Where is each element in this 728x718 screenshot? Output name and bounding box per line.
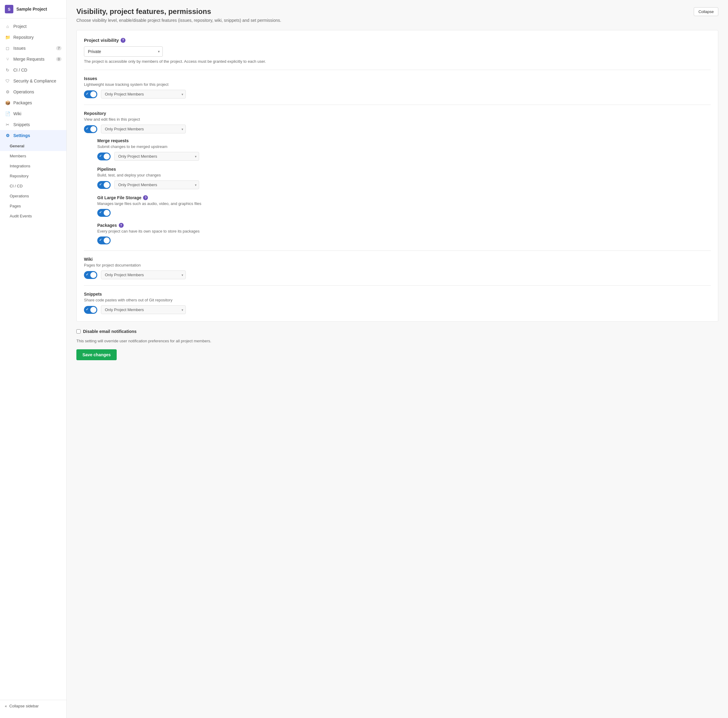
wiki-controls: ✓ Only Project Members Everyone With Acc… bbox=[84, 271, 711, 279]
sidebar-item-settings-audit[interactable]: Audit Events bbox=[0, 211, 66, 221]
sidebar-item-settings-pages[interactable]: Pages bbox=[0, 201, 66, 211]
packages-help-icon[interactable]: ? bbox=[119, 223, 124, 228]
issues-toggle[interactable]: ✓ bbox=[84, 90, 97, 98]
pipelines-section: Pipelines Build, test, and deploy your c… bbox=[97, 167, 711, 189]
visibility-select-wrapper: Private Internal Public ▾ bbox=[84, 46, 163, 57]
wiki-icon: 📄 bbox=[5, 111, 10, 116]
wiki-section: Wiki Pages for project documentation ✓ O… bbox=[84, 257, 711, 279]
chevron-left-icon: « bbox=[5, 704, 7, 708]
repository-toggle[interactable]: ✓ bbox=[84, 125, 97, 133]
page-title: Visibility, project features, permission… bbox=[76, 7, 211, 16]
sidebar-item-packages[interactable]: 📦 Packages bbox=[0, 97, 66, 108]
repository-section: Repository View and edit files in this p… bbox=[84, 111, 711, 244]
merge-requests-select-wrapper: Only Project Members Everyone With Acces… bbox=[114, 152, 199, 161]
issues-desc: Lightweight issue tracking system for th… bbox=[84, 82, 711, 87]
disable-email-checkbox[interactable] bbox=[76, 329, 81, 334]
merge-icon: ⑂ bbox=[5, 57, 10, 62]
visibility-select[interactable]: Private Internal Public bbox=[84, 46, 163, 57]
snippets-access-select[interactable]: Only Project Members Everyone With Acces… bbox=[101, 305, 186, 314]
issues-controls: ✓ Only Project Members Everyone With Acc… bbox=[84, 90, 711, 98]
git-lfs-desc: Manages large files such as audio, video… bbox=[97, 201, 711, 206]
collapse-sidebar-button[interactable]: « Collapse sidebar bbox=[0, 700, 66, 712]
sidebar-item-settings-general[interactable]: General bbox=[0, 141, 66, 151]
issues-access-select[interactable]: Only Project Members Everyone With Acces… bbox=[101, 90, 186, 98]
sidebar-item-settings-operations[interactable]: Operations bbox=[0, 191, 66, 201]
pipelines-access-select[interactable]: Only Project Members Everyone With Acces… bbox=[114, 181, 199, 189]
visibility-help-icon[interactable]: ? bbox=[121, 38, 125, 43]
packages-desc: Every project can have its own space to … bbox=[97, 229, 711, 233]
snippets-toggle[interactable]: ✓ bbox=[84, 306, 97, 314]
packages-toggle[interactable]: ✓ bbox=[97, 236, 111, 244]
project-name: Sample Project bbox=[16, 7, 47, 12]
sidebar-item-repository[interactable]: 📁 Repository bbox=[0, 32, 66, 43]
issues-select-wrapper: Only Project Members Everyone With Acces… bbox=[101, 90, 186, 98]
issues-title: Issues bbox=[84, 76, 711, 81]
settings-card: Project visibility ? Private Internal Pu… bbox=[76, 30, 718, 322]
package-icon: 📦 bbox=[5, 100, 10, 106]
repository-sub-features: Merge requests Submit changes to be merg… bbox=[91, 138, 711, 244]
sidebar-item-settings-members[interactable]: Members bbox=[0, 151, 66, 161]
disable-email-label[interactable]: Disable email notifications bbox=[83, 329, 137, 334]
sidebar-item-project[interactable]: ⌂ Project bbox=[0, 21, 66, 32]
sidebar-item-snippets[interactable]: ✂ Snippets bbox=[0, 119, 66, 130]
merge-requests-section: Merge requests Submit changes to be merg… bbox=[97, 138, 711, 161]
merge-badge: 0 bbox=[56, 57, 61, 61]
packages-controls: ✓ bbox=[97, 236, 711, 244]
save-changes-button[interactable]: Save changes bbox=[76, 349, 117, 360]
repository-access-select[interactable]: Only Project Members Everyone With Acces… bbox=[101, 125, 186, 133]
git-lfs-section: Git Large File Storage ? Manages large f… bbox=[97, 195, 711, 217]
git-lfs-controls: ✓ bbox=[97, 209, 711, 217]
ops-icon: ⚙ bbox=[5, 89, 10, 95]
packages-section: Packages ? Every project can have its ow… bbox=[97, 223, 711, 244]
sidebar-item-wiki[interactable]: 📄 Wiki bbox=[0, 108, 66, 119]
git-lfs-help-icon[interactable]: ? bbox=[143, 195, 148, 200]
packages-title: Packages ? bbox=[97, 223, 711, 228]
project-visibility-title: Project visibility ? bbox=[84, 38, 711, 43]
shield-icon: 🛡 bbox=[5, 78, 10, 84]
sidebar-header: S Sample Project bbox=[0, 0, 66, 18]
project-visibility-section: Project visibility ? Private Internal Pu… bbox=[84, 38, 711, 64]
git-lfs-title: Git Large File Storage ? bbox=[97, 195, 711, 200]
sidebar-item-settings[interactable]: ⚙ Settings bbox=[0, 130, 66, 141]
merge-requests-access-select[interactable]: Only Project Members Everyone With Acces… bbox=[114, 152, 199, 161]
pipelines-toggle[interactable]: ✓ bbox=[97, 181, 111, 189]
merge-requests-title: Merge requests bbox=[97, 138, 711, 143]
merge-requests-toggle[interactable]: ✓ bbox=[97, 153, 111, 161]
merge-requests-controls: ✓ Only Project Members Everyone With Acc… bbox=[97, 152, 711, 161]
snippets-title: Snippets bbox=[84, 292, 711, 297]
snippets-controls: ✓ Only Project Members Everyone With Acc… bbox=[84, 305, 711, 314]
issues-badge: 7 bbox=[56, 46, 61, 51]
sidebar-item-cicd[interactable]: ↻ CI / CD bbox=[0, 64, 66, 75]
page-subtitle: Choose visibility level, enable/disable … bbox=[76, 18, 718, 23]
sidebar-item-settings-repository[interactable]: Repository bbox=[0, 171, 66, 181]
sidebar-item-issues[interactable]: ◻ Issues 7 bbox=[0, 43, 66, 54]
collapse-button[interactable]: Collapse bbox=[694, 7, 718, 16]
wiki-toggle[interactable]: ✓ bbox=[84, 271, 97, 279]
home-icon: ⌂ bbox=[5, 24, 10, 29]
repository-title: Repository bbox=[84, 111, 711, 116]
snippets-icon: ✂ bbox=[5, 122, 10, 127]
email-notifications-section: Disable email notifications This setting… bbox=[76, 329, 718, 360]
sidebar-navigation: ⌂ Project 📁 Repository ◻ Issues 7 ⑂ Merg… bbox=[0, 18, 66, 700]
sidebar-item-settings-cicd[interactable]: CI / CD bbox=[0, 181, 66, 191]
ci-icon: ↻ bbox=[5, 67, 10, 73]
pipelines-controls: ✓ Only Project Members Everyone With Acc… bbox=[97, 181, 711, 189]
wiki-select-wrapper: Only Project Members Everyone With Acces… bbox=[101, 271, 186, 279]
repository-controls: ✓ Only Project Members Everyone With Acc… bbox=[84, 125, 711, 133]
pipelines-title: Pipelines bbox=[97, 167, 711, 171]
disable-email-hint: This setting will override user notifica… bbox=[76, 339, 718, 343]
issues-icon: ◻ bbox=[5, 46, 10, 51]
sidebar-item-settings-integrations[interactable]: Integrations bbox=[0, 161, 66, 171]
wiki-access-select[interactable]: Only Project Members Everyone With Acces… bbox=[101, 271, 186, 279]
disable-email-checkbox-row: Disable email notifications bbox=[76, 329, 718, 334]
snippets-select-wrapper: Only Project Members Everyone With Acces… bbox=[101, 305, 186, 314]
snippets-desc: Share code pastes with others out of Git… bbox=[84, 298, 711, 302]
repository-select-wrapper: Only Project Members Everyone With Acces… bbox=[101, 125, 186, 133]
sidebar: S Sample Project ⌂ Project 📁 Repository … bbox=[0, 0, 67, 718]
git-lfs-toggle[interactable]: ✓ bbox=[97, 209, 111, 217]
merge-requests-desc: Submit changes to be merged upstream bbox=[97, 144, 711, 149]
sidebar-item-security[interactable]: 🛡 Security & Compliance bbox=[0, 75, 66, 86]
sidebar-item-operations[interactable]: ⚙ Operations bbox=[0, 86, 66, 97]
sidebar-item-merge-requests[interactable]: ⑂ Merge Requests 0 bbox=[0, 54, 66, 64]
gear-icon: ⚙ bbox=[5, 133, 10, 138]
